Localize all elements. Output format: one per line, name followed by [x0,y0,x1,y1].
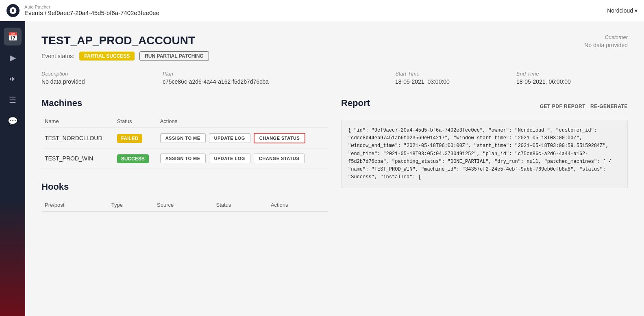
table-row: TEST_NORDCLLOUDFAILEDASSIGN TO MEUPDATE … [41,128,328,149]
start-time-label: Start Time [395,71,507,77]
change-status-button[interactable]: CHANGE STATUS [254,133,306,143]
machine-actions: ASSIGN TO MEUPDATE LOGCHANGE STATUS [157,149,328,169]
machine-name: TEST_PROD_WIN [41,149,114,169]
machines-title: Machines [41,98,328,108]
event-header: TEST_AP_PROD_ACCOUNT Event status: PARTI… [41,34,628,61]
customer-label: Customer [584,34,628,40]
main-content: TEST_AP_PROD_ACCOUNT Event status: PARTI… [25,21,644,316]
user-name: Nordcloud [607,7,633,14]
sidebar-item-chat[interactable]: 💬 [4,112,22,130]
plan-label: Plan [163,71,385,77]
two-col-section: Machines Name Status Actions TEST_NORDCL… [41,98,628,212]
right-column: Report GET PDF REPORT RE-GENERATE { "id"… [341,98,628,212]
user-menu[interactable]: Nordcloud ▾ [607,7,637,14]
sidebar-item-play[interactable]: ▶ [4,49,22,67]
play-icon: ▶ [10,53,16,63]
app-name: Auto Patcher [24,4,159,9]
calendar-icon: 📅 [8,32,18,41]
left-column: Machines Name Status Actions TEST_NORDCL… [41,98,328,212]
sidebar-item-skip[interactable]: ⏭ [4,70,22,88]
regenerate-button[interactable]: RE-GENERATE [590,104,628,109]
app-logo [7,4,20,17]
event-info: TEST_AP_PROD_ACCOUNT Event status: PARTI… [41,34,209,61]
chat-icon: 💬 [8,116,18,126]
description-block: Description No data provided [41,71,153,85]
sidebar-item-list[interactable]: ☰ [4,91,22,109]
topbar: Auto Patcher Events / 9ef9aec7-20a4-45d5… [0,0,644,21]
col-name: Name [41,115,114,128]
machine-actions: ASSIGN TO MEUPDATE LOGCHANGE STATUS [157,128,328,149]
hook-col-prepost: Pre/post [41,199,108,212]
sidebar: 📅 ▶ ⏭ ☰ 💬 [0,21,25,316]
assign-to-me-button[interactable]: ASSIGN TO ME [160,154,206,163]
event-status-row: Event status: PARTIAL SUCCESS RUN PARTIA… [41,51,209,61]
run-partial-patching-button[interactable]: RUN PARTIAL PATCHING [139,51,209,61]
plan-block: Plan c75ce86c-a2d6-4a44-a162-f5d2b7d76cb… [163,71,385,85]
hooks-title: Hooks [41,182,328,192]
assign-to-me-button[interactable]: ASSIGN TO ME [160,133,206,143]
chevron-down-icon: ▾ [635,7,637,14]
start-time-value: 18-05-2021, 03:00:00 [395,78,507,85]
col-actions: Actions [157,115,328,128]
customer-block: Customer No data provided [584,34,628,61]
status-badge: SUCCESS [117,154,149,163]
change-status-button[interactable]: CHANGE STATUS [254,154,305,163]
event-title: TEST_AP_PROD_ACCOUNT [41,34,209,47]
hook-col-type: Type [108,199,154,212]
machine-name: TEST_NORDCLLOUD [41,128,114,149]
report-header: Report GET PDF REPORT RE-GENERATE [341,98,628,115]
report-title: Report [341,98,370,108]
event-status-label: Event status: [41,53,74,59]
end-time-value: 18-05-2021, 06:00:00 [516,78,628,85]
hook-col-source: Source [154,199,213,212]
table-row: TEST_PROD_WINSUCCESSASSIGN TO MEUPDATE L… [41,149,328,169]
start-time-block: Start Time 18-05-2021, 03:00:00 [395,71,507,85]
meta-row: Description No data provided Plan c75ce8… [41,71,628,85]
update-log-button[interactable]: UPDATE LOG [209,133,250,143]
machine-status: SUCCESS [114,149,157,169]
skip-forward-icon: ⏭ [9,75,16,82]
hook-col-actions: Actions [268,199,328,212]
hooks-table: Pre/post Type Source Status Actions [41,199,328,212]
sidebar-item-calendar[interactable]: 📅 [4,28,22,45]
end-time-label: End Time [516,71,628,77]
plan-value: c75ce86c-a2d6-4a44-a162-f5d2b7d76cba [163,78,385,85]
breadcrumb-path: Events / 9ef9aec7-20a4-45d5-bf6a-7402e3f… [24,9,159,16]
report-actions: GET PDF REPORT RE-GENERATE [540,104,628,109]
machine-status: FAILED [114,128,157,149]
get-pdf-report-button[interactable]: GET PDF REPORT [540,104,585,109]
description-value: No data provided [41,78,153,85]
breadcrumb: Auto Patcher Events / 9ef9aec7-20a4-45d5… [24,4,159,16]
col-status: Status [114,115,157,128]
hook-col-status: Status [213,199,268,212]
end-time-block: End Time 18-05-2021, 06:00:00 [516,71,628,85]
customer-value: No data provided [584,42,628,48]
machines-table: Name Status Actions TEST_NORDCLLOUDFAILE… [41,115,328,169]
status-badge: PARTIAL SUCCESS [79,52,135,61]
status-badge: FAILED [117,134,143,143]
description-label: Description [41,71,153,77]
report-json: { "id": "9ef9aec7-20a4-45d5-bf6a-7402e3f… [341,120,628,188]
update-log-button[interactable]: UPDATE LOG [209,154,250,163]
list-icon: ☰ [9,95,16,105]
